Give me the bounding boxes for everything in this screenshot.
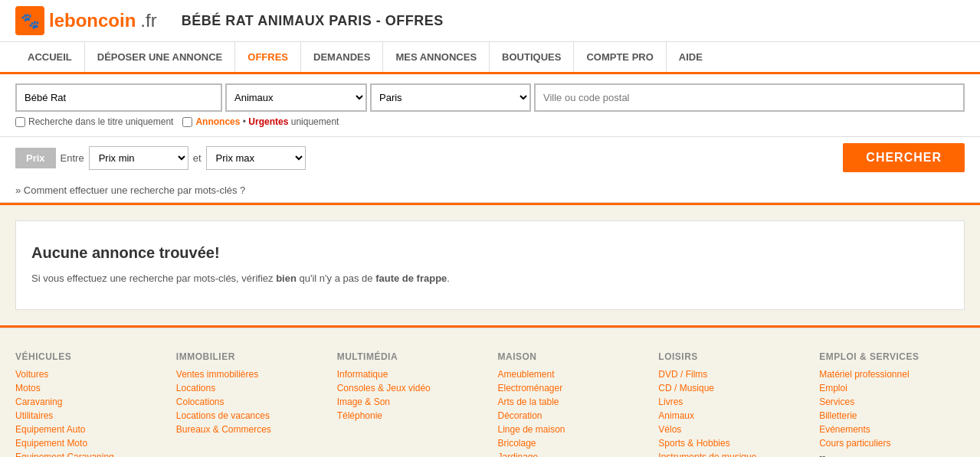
cat-link[interactable]: Consoles & Jeux vidéo — [337, 383, 431, 393]
list-item[interactable]: Services — [819, 396, 965, 407]
nav-link-boutiques[interactable]: BOUTIQUES — [490, 42, 574, 72]
cat-link[interactable]: Cours particuliers — [819, 438, 890, 449]
list-item[interactable]: Colocations — [176, 396, 322, 407]
cat-link[interactable]: Colocations — [176, 397, 225, 407]
cat-link[interactable]: Emploi — [819, 383, 847, 393]
cat-link[interactable]: Services — [819, 397, 854, 407]
list-item[interactable]: Emploi — [819, 382, 965, 393]
list-item[interactable]: Locations de vacances — [176, 410, 322, 421]
nav-item-offres[interactable]: OFFRES — [235, 42, 301, 72]
cat-link[interactable]: Equipement Moto — [15, 438, 87, 449]
tip-link[interactable]: Comment effectuer une recherche par mots… — [15, 184, 245, 196]
chercher-button[interactable]: CHERCHER — [843, 143, 965, 172]
cat-link[interactable]: Décoration — [497, 410, 542, 421]
nav-item-boutiques[interactable]: BOUTIQUES — [490, 42, 574, 72]
list-item[interactable]: Ameublement — [497, 368, 643, 380]
nav-item-aide[interactable]: AIDE — [667, 42, 715, 72]
search-category-select[interactable]: Animaux Toutes catégories Véhicules Immo… — [225, 83, 367, 112]
nav-link-offres[interactable]: OFFRES — [235, 42, 301, 72]
cat-link[interactable]: DVD / Films — [658, 369, 707, 380]
price-button[interactable]: Prix — [15, 148, 56, 168]
list-item[interactable]: Ventes immobilières — [176, 368, 322, 380]
checkbox-title-label[interactable]: Recherche dans le titre uniquement — [15, 116, 173, 127]
annonces-link[interactable]: Annonces — [195, 116, 240, 127]
search-city-input[interactable] — [534, 83, 965, 112]
list-item[interactable]: Consoles & Jeux vidéo — [337, 382, 483, 393]
nav-link-accueil[interactable]: ACCUEIL — [15, 42, 85, 72]
list-item[interactable]: Animaux — [658, 410, 804, 421]
cat-link[interactable]: Jardinage — [497, 452, 538, 458]
list-item[interactable]: Vélos — [658, 423, 804, 435]
list-item[interactable]: Linge de maison — [497, 423, 643, 435]
nav-item-compte-pro[interactable]: COMPTE PRO — [574, 42, 666, 72]
list-item[interactable]: Livres — [658, 396, 804, 407]
cat-link[interactable]: Matériel professionnel — [819, 369, 909, 380]
nav-item-mes-annonces[interactable]: MES ANNONCES — [383, 42, 490, 72]
list-item[interactable]: Décoration — [497, 410, 643, 421]
nav-item-deposer[interactable]: DÉPOSER UNE ANNONCE — [85, 42, 235, 72]
cat-link[interactable]: Informatique — [337, 369, 388, 380]
list-item[interactable]: Bureaux & Commerces — [176, 423, 322, 435]
cat-link[interactable]: Locations — [176, 383, 215, 393]
list-item[interactable]: Equipement Moto — [15, 437, 161, 449]
list-item[interactable]: Utilitaires — [15, 410, 161, 421]
list-item[interactable]: Equipement Auto — [15, 423, 161, 435]
search-keyword-input[interactable] — [15, 83, 222, 112]
cat-link[interactable]: Téléphonie — [337, 410, 382, 421]
cat-link[interactable]: Bureaux & Commerces — [176, 424, 271, 435]
list-item[interactable]: Caravaning — [15, 396, 161, 407]
cat-link[interactable]: Arts de la table — [497, 397, 559, 407]
list-item[interactable]: CD / Musique — [658, 382, 804, 393]
cat-link[interactable]: Linge de maison — [497, 424, 565, 435]
urgentes-link[interactable]: Urgentes — [248, 116, 288, 127]
list-item[interactable]: Motos — [15, 382, 161, 393]
list-item[interactable]: Voitures — [15, 368, 161, 380]
list-item[interactable]: Image & Son — [337, 396, 483, 407]
list-item[interactable]: Jardinage — [497, 451, 643, 458]
nav-link-mes-annonces[interactable]: MES ANNONCES — [383, 42, 490, 72]
cat-link[interactable]: Instruments de musique — [658, 452, 756, 458]
list-item[interactable]: Locations — [176, 382, 322, 393]
search-location-select[interactable]: Paris Toute la France — [370, 83, 531, 112]
cat-link[interactable]: Ameublement — [497, 369, 554, 380]
list-item[interactable]: Informatique — [337, 368, 483, 380]
cat-link[interactable]: Locations de vacances — [176, 410, 270, 421]
list-item[interactable]: Bricolage — [497, 437, 643, 449]
cat-link[interactable]: Bricolage — [497, 438, 536, 449]
list-item[interactable]: Billetterie — [819, 410, 965, 421]
checkbox-annonces[interactable] — [182, 117, 192, 127]
nav-link-aide[interactable]: AIDE — [667, 42, 715, 72]
cat-link[interactable]: Motos — [15, 383, 41, 393]
list-item[interactable]: DVD / Films — [658, 368, 804, 380]
cat-link[interactable]: CD / Musique — [658, 383, 714, 393]
cat-link[interactable]: Livres — [658, 397, 683, 407]
cat-link[interactable]: Image & Son — [337, 397, 390, 407]
cat-link[interactable]: Voitures — [15, 369, 48, 380]
cat-link[interactable]: Evénements — [819, 424, 870, 435]
list-item[interactable]: Evénements — [819, 423, 965, 435]
nav-link-deposer[interactable]: DÉPOSER UNE ANNONCE — [85, 42, 235, 72]
nav-link-demandes[interactable]: DEMANDES — [301, 42, 383, 72]
list-item[interactable]: Arts de la table — [497, 396, 643, 407]
cat-link[interactable]: Vélos — [658, 424, 681, 435]
nav-item-demandes[interactable]: DEMANDES — [301, 42, 383, 72]
list-item[interactable]: Instruments de musique — [658, 451, 804, 458]
list-item[interactable]: Téléphonie — [337, 410, 483, 421]
list-item[interactable]: Electroménager — [497, 382, 643, 393]
cat-link[interactable]: Animaux — [658, 410, 694, 421]
cat-link[interactable]: Caravaning — [15, 397, 62, 407]
price-max-select[interactable]: Prix max 100 € 500 € 1000 € — [206, 146, 306, 170]
cat-link[interactable]: Sports & Hobbies — [658, 438, 729, 449]
price-min-select[interactable]: Prix min 0 € 50 € 100 € — [89, 146, 188, 170]
cat-link[interactable]: Utilitaires — [15, 410, 53, 421]
cat-link[interactable]: Equipement Caravaning — [15, 452, 114, 458]
cat-link[interactable]: Billetterie — [819, 410, 857, 421]
cat-link[interactable]: Equipement Auto — [15, 424, 85, 435]
logo-text[interactable]: leboncoin — [49, 10, 136, 31]
checkbox-title[interactable] — [15, 117, 25, 127]
checkbox-annonces-label[interactable]: Annonces • Urgentes uniquement — [182, 116, 339, 127]
list-item[interactable]: Equipement Caravaning — [15, 451, 161, 458]
list-item[interactable]: Matériel professionnel — [819, 368, 965, 380]
nav-link-compte-pro[interactable]: COMPTE PRO — [574, 42, 666, 72]
cat-link[interactable]: Electroménager — [497, 383, 562, 393]
